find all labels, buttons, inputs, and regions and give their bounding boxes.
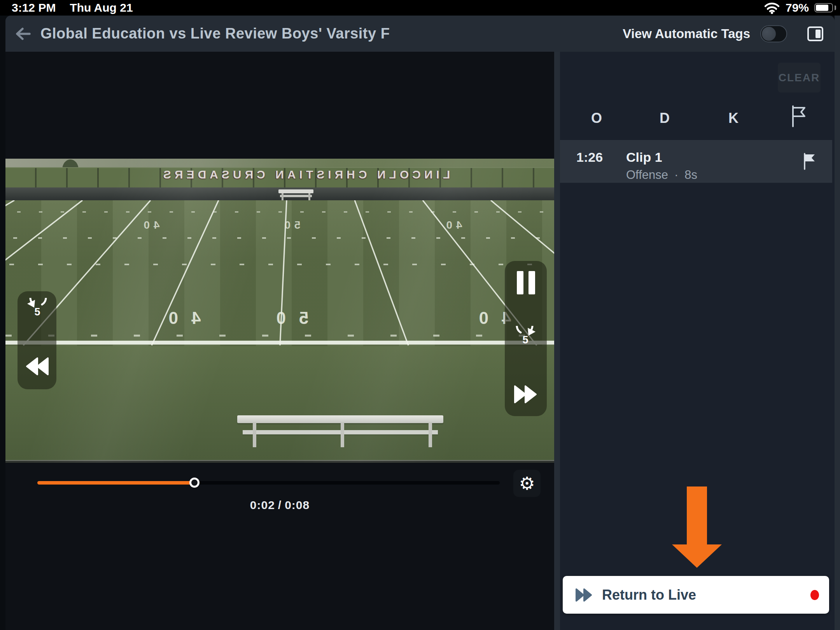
battery-percent-label: 79% [786, 1, 809, 14]
sideline-bench [237, 415, 443, 455]
flag-outline-icon [790, 105, 807, 127]
clip-flag-button[interactable] [803, 153, 816, 172]
settings-button[interactable]: ⚙ [513, 470, 541, 497]
header: Global Education vs Live Review Boys' Va… [5, 16, 835, 52]
clear-button[interactable]: CLEAR [778, 63, 821, 93]
return-to-live-button[interactable]: Return to Live [563, 576, 829, 614]
panel-divider [554, 52, 560, 630]
total-duration: 0:08 [285, 499, 310, 511]
side-panel-icon [816, 30, 821, 38]
page-title: Global Education vs Live Review Boys' Va… [40, 25, 390, 42]
pause-icon [517, 271, 535, 294]
clip-row[interactable]: 1:26 Clip 1 Offense·8s [560, 140, 832, 183]
status-bar: 3:12 PM Thu Aug 21 79% [0, 0, 840, 16]
far-yard-number: 40 [442, 219, 462, 231]
clip-meta: Offense·8s [626, 168, 832, 182]
return-to-live-label: Return to Live [602, 587, 696, 603]
flag-filled-icon [803, 153, 816, 170]
tab-offense[interactable]: O [591, 110, 602, 126]
battery-fill [816, 5, 828, 11]
wifi-icon [764, 2, 780, 14]
near-yard-number: 40 [466, 308, 511, 328]
clip-tag: Offense [626, 168, 668, 182]
fast-forward-button[interactable] [513, 382, 539, 407]
forward-5-seconds-button[interactable]: 5 [513, 326, 539, 351]
progress-fill [37, 481, 194, 485]
pause-button[interactable] [513, 270, 539, 296]
side-panel-toggle-button[interactable] [807, 26, 823, 41]
progress-thumb[interactable] [189, 478, 200, 488]
far-yard-number: 40 [140, 219, 159, 231]
view-automatic-tags-toggle[interactable] [760, 25, 787, 42]
tab-flagged[interactable] [790, 105, 807, 131]
back-button[interactable] [5, 20, 40, 47]
playback-controls: 5 [505, 261, 547, 416]
video-player[interactable]: LINCOLN CHRISTIAN CRUSADERS [5, 52, 554, 630]
view-automatic-tags-label: View Automatic Tags [623, 26, 750, 41]
rewind-button[interactable] [24, 354, 50, 379]
forward-5-seconds-icon: 5 [513, 326, 538, 351]
field-banner-text: LINCOLN CHRISTIAN CRUSADERS [160, 168, 450, 181]
clip-duration: 8s [684, 168, 697, 182]
near-yard-number: 50 [263, 308, 309, 328]
svg-text:5: 5 [522, 334, 528, 346]
status-time: 3:12 PM [12, 1, 56, 14]
progress-bar[interactable] [37, 478, 500, 487]
time-display: 0:02/0:08 [5, 499, 554, 512]
track-edge [5, 460, 554, 463]
rewind-5-seconds-icon: 5 [24, 298, 49, 323]
return-fast-forward-icon [575, 588, 593, 602]
video-frame: LINCOLN CHRISTIAN CRUSADERS [5, 159, 554, 463]
clip-time: 1:26 [560, 140, 626, 165]
tab-defense[interactable]: D [660, 110, 670, 126]
near-yard-number: 40 [156, 308, 201, 328]
svg-text:5: 5 [34, 306, 40, 318]
fast-forward-icon [514, 385, 537, 403]
tags-sidebar: CLEAR O D K 1:26 Clip 1 Offense·8s [560, 52, 835, 630]
clip-list: 1:26 Clip 1 Offense·8s [560, 140, 835, 183]
status-date: Thu Aug 21 [70, 1, 133, 14]
right-edge [835, 16, 840, 630]
toggle-knob [762, 27, 776, 41]
clip-meta-separator: · [674, 168, 678, 182]
rewind-controls: 5 [18, 291, 56, 389]
clip-title: Clip 1 [626, 150, 832, 165]
screen: 3:12 PM Thu Aug 21 79% Global Education … [0, 0, 840, 630]
battery-nub [835, 5, 836, 10]
live-recording-dot [810, 590, 819, 600]
settings-gear-icon: ⚙ [519, 474, 535, 492]
time-separator: / [278, 499, 282, 511]
rewind-5-seconds-button[interactable]: 5 [24, 298, 50, 323]
tab-kicking[interactable]: K [728, 110, 738, 126]
back-arrow-icon [14, 26, 32, 42]
far-yard-number: 50 [280, 219, 300, 231]
battery-icon [814, 3, 833, 12]
filter-tabs: O D K [560, 107, 835, 130]
current-time: 0:02 [250, 499, 275, 511]
rewind-icon [25, 357, 49, 375]
